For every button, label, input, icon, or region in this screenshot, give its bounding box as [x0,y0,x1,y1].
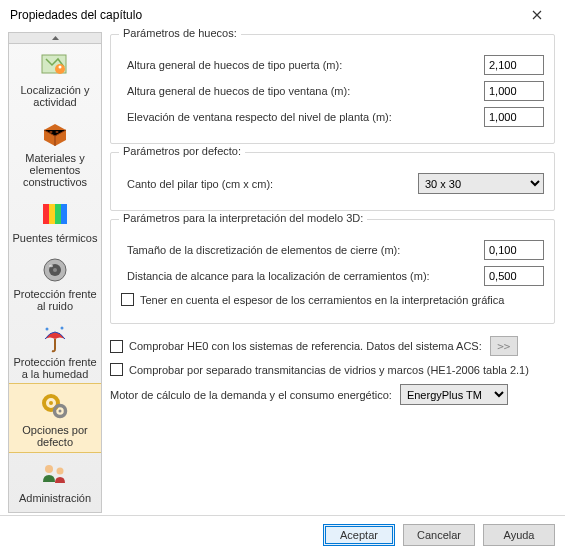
svg-point-14 [46,328,49,331]
svg-point-3 [50,131,53,133]
brick-icon [39,118,71,150]
sidebar-scroll-up[interactable] [9,33,101,44]
sidebar-item-ruido[interactable]: Protección frente al ruido [9,248,101,316]
group-title: Parámetros por defecto: [119,145,245,157]
group-defecto: Parámetros por defecto: Canto del pilar … [110,152,555,211]
users-icon [39,458,71,490]
elevacion-label: Elevación de ventana respecto del nivel … [121,111,484,123]
sidebar-label: Materiales y elementos constructivos [11,152,99,188]
he0-details-button[interactable]: >> [490,336,518,356]
espesor-checkbox[interactable] [121,293,134,306]
sidebar-item-admin[interactable]: Administración [9,452,101,508]
main-panel: Parámetros de huecos: Altura general de … [102,30,565,515]
group-huecos: Parámetros de huecos: Altura general de … [110,34,555,144]
elevacion-input[interactable] [484,107,544,127]
speaker-icon [39,254,71,286]
canto-label: Canto del pilar tipo (cm x cm): [121,178,418,190]
svg-point-15 [61,327,64,330]
svg-point-11 [53,268,57,272]
group-title: Parámetros para la interpretación del mo… [119,212,367,224]
svg-rect-6 [49,204,55,224]
svg-point-20 [45,465,53,473]
he0-checkbox[interactable] [110,340,123,353]
group-title: Parámetros de huecos: [119,27,241,39]
thermal-icon [39,198,71,230]
sidebar: Localización y actividad Materiales y el… [8,32,102,513]
sidebar-item-localizacion[interactable]: Localización y actividad [9,44,101,112]
svg-rect-7 [55,204,61,224]
window-title: Propiedades del capítulo [10,8,142,22]
svg-rect-5 [43,204,49,224]
distancia-input[interactable] [484,266,544,286]
close-button[interactable] [517,1,557,29]
sidebar-label: Puentes térmicos [11,232,99,244]
svg-point-21 [57,468,64,475]
altura-ventana-label: Altura general de huecos de tipo ventana… [121,85,484,97]
sidebar-item-puentes[interactable]: Puentes térmicos [9,192,101,248]
dialog-footer: Aceptar Cancelar Ayuda [0,515,565,553]
sidebar-label: Opciones por defecto [11,424,99,448]
distancia-label: Distancia de alcance para la localizació… [121,270,484,282]
sidebar-item-materiales[interactable]: Materiales y elementos constructivos [9,112,101,192]
svg-point-4 [56,131,59,133]
altura-puerta-input[interactable] [484,55,544,75]
map-pin-icon [39,50,71,82]
altura-ventana-input[interactable] [484,81,544,101]
group-3d: Parámetros para la interpretación del mo… [110,219,555,324]
espesor-label: Tener en cuenta el espesor de los cerram… [140,294,504,306]
gears-icon [39,390,71,422]
svg-point-19 [59,410,62,413]
he1-checkbox[interactable] [110,363,123,376]
tamano-label: Tamaño de la discretización de elementos… [121,244,484,256]
cancel-button[interactable]: Cancelar [403,524,475,546]
tamano-input[interactable] [484,240,544,260]
sidebar-label: Protección frente a la humedad [11,356,99,380]
umbrella-icon [39,322,71,354]
svg-rect-8 [61,204,67,224]
he1-label: Comprobar por separado transmitancias de… [129,364,529,376]
sidebar-label: Administración [11,492,99,504]
sidebar-label: Protección frente al ruido [11,288,99,312]
svg-point-12 [49,265,53,267]
altura-puerta-label: Altura general de huecos de tipo puerta … [121,59,484,71]
help-button[interactable]: Ayuda [483,524,555,546]
accept-button[interactable]: Aceptar [323,524,395,546]
svg-point-2 [59,66,62,69]
canto-select[interactable]: 30 x 30 [418,173,544,194]
chevron-up-icon [52,36,59,40]
sidebar-item-humedad[interactable]: Protección frente a la humedad [9,316,101,384]
motor-label: Motor de cálculo de la demanda y el cons… [110,389,392,401]
close-icon [532,10,542,20]
he0-label: Comprobar HE0 con los sistemas de refere… [129,340,482,352]
motor-select[interactable]: EnergyPlus TM [400,384,508,405]
svg-point-17 [49,401,53,405]
sidebar-item-opciones[interactable]: Opciones por defecto [8,383,102,453]
sidebar-label: Localización y actividad [11,84,99,108]
